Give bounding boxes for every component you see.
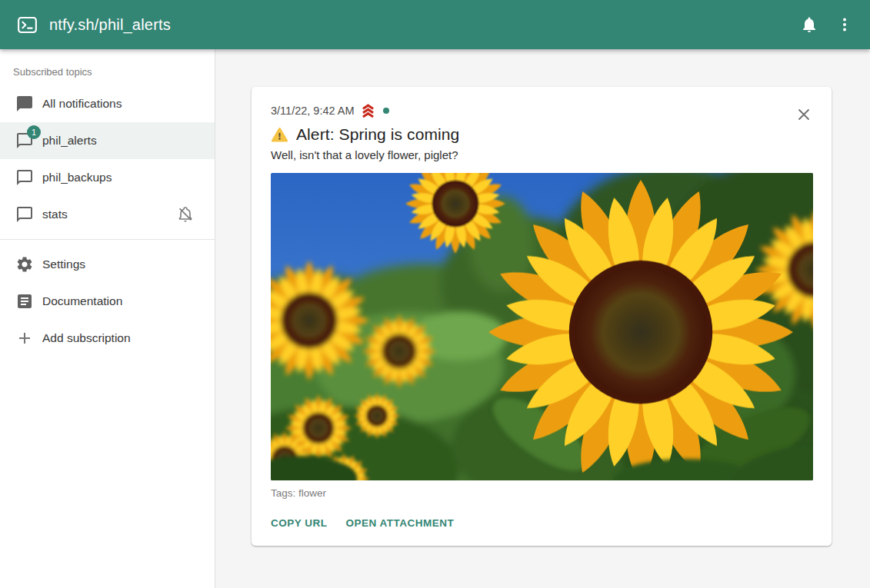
gear-icon <box>15 255 34 274</box>
sidebar-item-all-notifications[interactable]: All notifications <box>0 85 215 122</box>
sidebar-divider <box>0 239 215 240</box>
sidebar-item-phil-backups[interactable]: phil_backups <box>0 159 215 196</box>
timestamp: 3/11/22, 9:42 AM <box>271 105 355 117</box>
sidebar-item-add-subscription[interactable]: Add subscription <box>0 320 215 357</box>
open-attachment-button[interactable]: OPEN ATTACHMENT <box>346 511 462 535</box>
action-label: Documentation <box>42 294 122 308</box>
attachment-image[interactable] <box>271 173 813 480</box>
notification-body: Well, isn't that a lovely flower, piglet… <box>271 148 813 161</box>
notification-actions: COPY URL OPEN ATTACHMENT <box>271 511 813 535</box>
app-bar: ntfy.sh/phil_alerts <box>0 0 870 49</box>
notifications-muted-icon <box>176 205 195 224</box>
action-label: Settings <box>42 257 85 271</box>
notifications-bell-button[interactable] <box>792 7 827 42</box>
notification-title-row: Alert: Spring is coming <box>271 125 813 144</box>
topic-label: phil_alerts <box>42 134 97 148</box>
sidebar-item-stats[interactable]: stats <box>0 196 215 233</box>
chat-bubble-outline-icon: 1 <box>15 131 34 150</box>
unread-count-badge: 1 <box>27 125 41 139</box>
notification-header: 3/11/22, 9:42 AM <box>271 103 813 118</box>
plus-icon <box>15 329 34 347</box>
topic-label: phil_backups <box>42 171 112 184</box>
main-area: 3/11/22, 9:42 AM <box>215 49 870 588</box>
sidebar: Subscribed topics All notifications 1 ph… <box>0 49 215 588</box>
page-title: ntfy.sh/phil_alerts <box>49 16 171 34</box>
sidebar-item-documentation[interactable]: Documentation <box>0 283 215 320</box>
ntfy-terminal-logo-icon <box>17 15 38 35</box>
sidebar-item-phil-alerts[interactable]: 1 phil_alerts <box>0 122 215 159</box>
tags-line: Tags: flower <box>271 487 813 499</box>
unread-dot <box>383 108 389 114</box>
notification-title: Alert: Spring is coming <box>296 125 459 144</box>
close-notification-button[interactable] <box>793 104 815 125</box>
overflow-menu-button[interactable] <box>827 7 862 42</box>
notification-card: 3/11/22, 9:42 AM <box>252 87 832 546</box>
action-label: Add subscription <box>42 331 131 345</box>
chat-bubble-outline-icon <box>15 168 34 187</box>
priority-max-icon <box>360 103 376 119</box>
chat-bubble-outline-icon <box>15 205 34 224</box>
warning-icon <box>271 126 288 144</box>
chat-bubble-filled-icon <box>15 95 34 113</box>
topic-label: stats <box>42 208 68 221</box>
copy-url-button[interactable]: COPY URL <box>271 511 335 535</box>
subscribed-topics-caption: Subscribed topics <box>0 49 215 85</box>
topic-label: All notifications <box>42 97 122 111</box>
sidebar-item-settings[interactable]: Settings <box>0 246 215 283</box>
article-icon <box>15 292 34 311</box>
